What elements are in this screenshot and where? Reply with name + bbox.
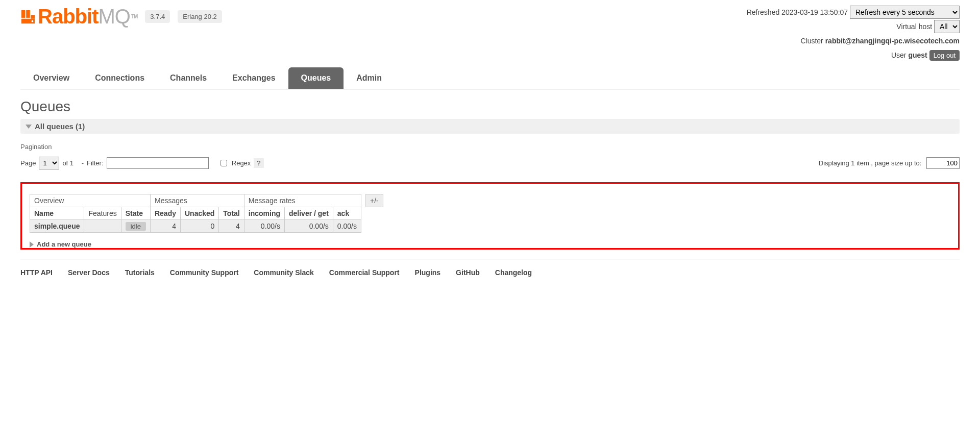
col-name[interactable]: Name [30,207,84,220]
chevron-down-icon [26,125,32,129]
logo-text-mq: MQ [98,5,130,28]
col-group-overview: Overview [30,194,151,207]
svg-point-4 [32,20,34,22]
state-badge: idle [126,222,146,231]
logo-tm: TM [131,14,137,19]
footer-changelog[interactable]: Changelog [495,268,532,277]
col-state[interactable]: State [121,207,150,220]
footer-http-api[interactable]: HTTP API [20,268,53,277]
erlang-badge: Erlang 20.2 [178,10,222,23]
tab-overview[interactable]: Overview [20,67,82,89]
footer-tutorials[interactable]: Tutorials [125,268,155,277]
footer-community-slack[interactable]: Community Slack [254,268,313,277]
add-new-queue-label: Add a new queue [37,240,91,248]
footer-server-docs[interactable]: Server Docs [68,268,110,277]
footer-plugins[interactable]: Plugins [415,268,441,277]
filter-input[interactable] [107,157,209,169]
tab-admin[interactable]: Admin [344,67,395,89]
queue-features-cell [84,220,121,233]
tab-queues[interactable]: Queues [288,67,344,89]
displaying-items-label: Displaying 1 item , page size up to: [819,159,922,167]
regex-checkbox[interactable] [220,160,227,166]
regex-label: Regex [232,159,251,167]
footer-community-support[interactable]: Community Support [170,268,239,277]
col-incoming[interactable]: incoming [244,207,284,220]
col-deliver[interactable]: deliver / get [285,207,333,220]
queue-total-cell: 4 [219,220,244,233]
col-group-messages: Messages [150,194,244,207]
queue-name-link[interactable]: simple.queue [30,220,84,233]
page-select[interactable]: 1 [39,157,59,169]
queues-table: Overview Messages Message rates Name Fea… [30,194,361,233]
col-unacked[interactable]: Unacked [181,207,219,220]
rabbitmq-logo[interactable]: RabbitMQTM [20,5,137,28]
page-title: Queues [20,99,960,115]
tab-exchanges[interactable]: Exchanges [219,67,288,89]
logout-button[interactable]: Log out [929,50,960,61]
queue-deliver-cell: 0.00/s [285,220,333,233]
tab-channels[interactable]: Channels [157,67,219,89]
cluster-label: Cluster [800,37,825,45]
of-pages-label: of 1 [62,159,74,167]
filter-dash: - [82,159,84,167]
columns-toggle-button[interactable]: +/- [365,194,383,207]
cluster-name: rabbit@zhangjingqi-pc.wisecotech.com [825,37,960,45]
page-size-input[interactable] [926,157,960,169]
virtual-host-select[interactable]: All [934,20,960,33]
table-row: simple.queue idle 4 0 4 0.00/s 0.00/s 0.… [30,220,361,233]
user-name: guest [908,51,927,59]
col-total[interactable]: Total [219,207,244,220]
col-group-rates: Message rates [244,194,361,207]
queue-unacked-cell: 0 [181,220,219,233]
footer-commercial-support[interactable]: Commercial Support [329,268,400,277]
svg-rect-1 [26,10,30,17]
all-queues-label: All queues (1) [35,122,85,131]
regex-help-button[interactable]: ? [254,158,263,168]
queue-ready-cell: 4 [150,220,180,233]
queue-incoming-cell: 0.00/s [244,220,284,233]
refreshed-timestamp: Refreshed 2023-03-19 13:50:07 [747,8,848,16]
rabbit-icon [20,9,36,24]
pagination-label: Pagination [20,143,960,151]
col-ack[interactable]: ack [333,207,361,220]
refresh-interval-select[interactable]: Refresh every 5 seconds [850,6,960,19]
filter-label: Filter: [87,159,104,167]
queue-ack-cell: 0.00/s [333,220,361,233]
user-label: User [891,51,908,59]
page-label: Page [20,159,36,167]
svg-rect-0 [21,10,26,17]
queue-state-cell: idle [121,220,150,233]
tab-connections[interactable]: Connections [82,67,157,89]
svg-rect-3 [31,15,35,19]
footer-links: HTTP API Server Docs Tutorials Community… [20,268,960,277]
all-queues-header[interactable]: All queues (1) [20,119,960,134]
queues-table-highlight: Overview Messages Message rates Name Fea… [20,182,960,250]
footer-github[interactable]: GitHub [456,268,480,277]
logo-text-rabbit: Rabbit [38,5,98,28]
add-new-queue-toggle[interactable]: Add a new queue [30,240,950,248]
chevron-right-icon [30,241,34,248]
col-ready[interactable]: Ready [150,207,180,220]
vhost-label: Virtual host [896,22,932,31]
version-badge: 3.7.4 [145,10,170,23]
col-features[interactable]: Features [84,207,121,220]
